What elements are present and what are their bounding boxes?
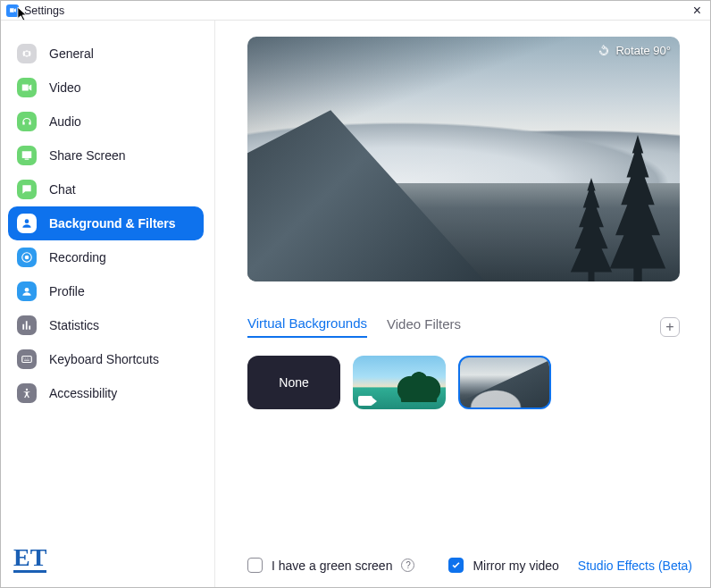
- add-background-button[interactable]: +: [660, 317, 680, 337]
- svg-point-3: [25, 288, 29, 292]
- nav-label: Chat: [49, 182, 76, 197]
- plus-icon: +: [665, 320, 673, 334]
- keyboard-icon: [17, 349, 37, 369]
- footer-options: I have a green screen ? Mirror my video …: [247, 558, 692, 573]
- tab-video-filters[interactable]: Video Filters: [387, 316, 461, 337]
- nav-label: General: [49, 46, 94, 61]
- content-pane: Rotate 90° Virtual Backgrounds Video Fil…: [215, 21, 710, 587]
- nav-label: Keyboard Shortcuts: [49, 352, 159, 366]
- titlebar: Settings ×: [1, 1, 710, 21]
- nav-label: Share Screen: [49, 148, 126, 163]
- green-screen-label: I have a green screen: [272, 559, 392, 573]
- person-background-icon: [17, 214, 37, 233]
- close-button[interactable]: ×: [690, 4, 705, 18]
- share-screen-icon: [17, 146, 37, 165]
- video-icon: [17, 78, 37, 97]
- video-preview: Rotate 90°: [247, 37, 680, 281]
- nav-label: Audio: [49, 114, 81, 129]
- nav-item-general[interactable]: General: [8, 37, 204, 71]
- video-icon: [358, 396, 372, 406]
- nav-label: Profile: [49, 284, 85, 298]
- thumbnail-mountain[interactable]: [458, 356, 551, 409]
- nav-label: Statistics: [49, 318, 99, 332]
- nav-item-background-filters[interactable]: Background & Filters: [8, 206, 204, 240]
- statistics-icon: [17, 315, 37, 335]
- rotate-button[interactable]: Rotate 90°: [598, 44, 671, 57]
- et-logo: ET: [13, 545, 46, 573]
- nav-item-video[interactable]: Video: [8, 71, 204, 105]
- check-icon: [451, 560, 461, 570]
- background-thumbnails: None: [247, 356, 692, 409]
- thumbnail-none-label: None: [279, 375, 308, 390]
- svg-point-0: [25, 219, 29, 223]
- help-icon[interactable]: ?: [401, 559, 414, 572]
- preview-tree-icon: [565, 178, 617, 281]
- profile-icon: [17, 281, 37, 301]
- nav-label: Accessibility: [49, 386, 117, 400]
- nav-item-share-screen[interactable]: Share Screen: [8, 139, 204, 172]
- nav-label: Video: [49, 80, 81, 95]
- record-icon: [17, 248, 37, 267]
- nav-item-profile[interactable]: Profile: [8, 274, 204, 308]
- nav-item-keyboard-shortcuts[interactable]: Keyboard Shortcuts: [8, 342, 204, 376]
- nav-item-statistics[interactable]: Statistics: [8, 308, 204, 342]
- nav-item-accessibility[interactable]: Accessibility: [8, 376, 204, 410]
- sidebar: General Video Audio Share Screen Chat: [1, 21, 215, 587]
- headphones-icon: [17, 112, 37, 131]
- accessibility-icon: [17, 383, 37, 403]
- tab-virtual-backgrounds[interactable]: Virtual Backgrounds: [247, 315, 367, 338]
- mirror-video-label: Mirror my video: [473, 559, 558, 573]
- nav-item-chat[interactable]: Chat: [8, 172, 204, 206]
- svg-rect-4: [22, 357, 32, 363]
- tabs: Virtual Backgrounds Video Filters +: [247, 315, 680, 338]
- svg-point-2: [25, 256, 29, 260]
- thumbnail-beach[interactable]: [353, 356, 446, 409]
- mirror-video-checkbox[interactable]: [448, 558, 464, 573]
- nav-label: Background & Filters: [49, 216, 176, 231]
- rotate-label: Rotate 90°: [615, 44, 671, 57]
- window-title: Settings: [24, 4, 64, 17]
- chat-icon: [17, 180, 37, 199]
- nav-label: Recording: [49, 250, 106, 265]
- nav-item-audio[interactable]: Audio: [8, 105, 204, 139]
- nav-item-recording[interactable]: Recording: [8, 240, 204, 274]
- gear-icon: [17, 44, 37, 63]
- thumbnail-none[interactable]: None: [247, 356, 340, 409]
- rotate-icon: [598, 45, 610, 57]
- zoom-app-icon: [6, 4, 19, 17]
- studio-effects-link[interactable]: Studio Effects (Beta): [578, 559, 692, 573]
- green-screen-checkbox[interactable]: [247, 558, 263, 573]
- svg-point-5: [26, 389, 28, 391]
